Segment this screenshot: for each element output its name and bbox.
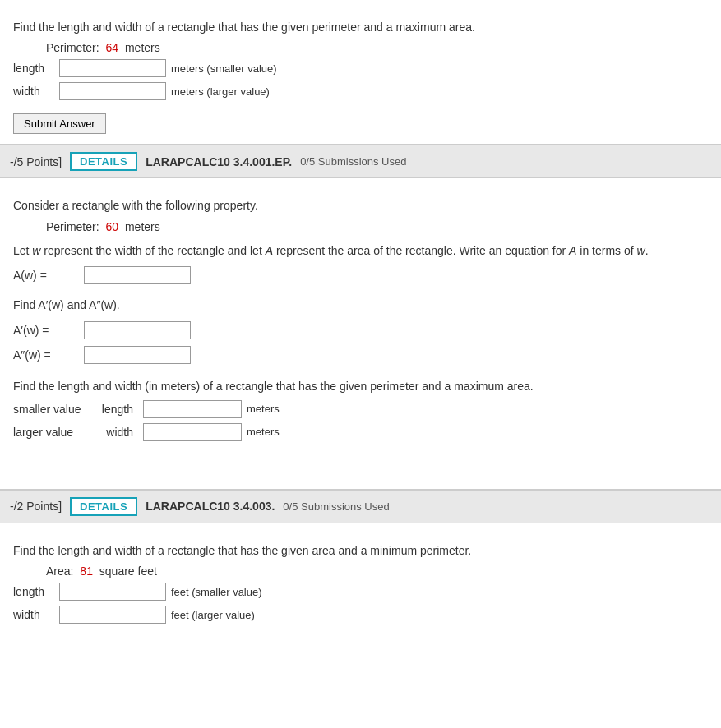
let-text-3: represent the area of the rectangle. Wri… — [273, 244, 569, 257]
section3-area-value: 81 — [80, 564, 93, 578]
let-text-4: in terms of — [576, 244, 636, 257]
let-w2: w — [637, 244, 645, 257]
section2-let-text: Let w represent the width of the rectang… — [13, 242, 708, 260]
a-double-prime-row: A″(w) = — [13, 346, 708, 364]
length-unit: meters (smaller value) — [171, 62, 277, 75]
larger-label: larger value — [13, 426, 87, 439]
width-row: width meters (larger value) — [13, 82, 708, 100]
aw-label: A(w) = — [13, 269, 79, 282]
section3-width-unit: feet (larger value) — [171, 609, 255, 621]
width-unit: meters (larger value) — [171, 85, 270, 98]
section2-details-button[interactable]: DETAILS — [70, 152, 137, 171]
find2-label: Find the length and width (in meters) of… — [13, 377, 708, 395]
spacer — [0, 456, 721, 489]
smaller-length-input[interactable] — [143, 400, 242, 418]
section3-course: LARAPCALC10 3.4.003. — [146, 500, 275, 513]
section2-content: Consider a rectangle with the following … — [0, 178, 721, 456]
section2-width-label: width — [92, 426, 133, 439]
submit-button[interactable]: Submit Answer — [13, 113, 106, 134]
problem1-description: Find the length and width of a rectangle… — [13, 18, 708, 36]
let-text-2: represent the width of the rectangle and… — [40, 244, 265, 257]
perimeter-value: 64 — [105, 41, 118, 54]
section2-perimeter-unit: meters — [125, 220, 160, 233]
width-input[interactable] — [59, 82, 166, 100]
larger-width-row: larger value width meters — [13, 423, 708, 441]
section2-perimeter-value: 60 — [105, 220, 118, 233]
aw-input[interactable] — [84, 266, 191, 284]
section2-points: -/5 Points] — [10, 155, 62, 168]
length-input[interactable] — [59, 59, 166, 77]
problem1-perimeter: Perimeter: 64 meters — [46, 41, 708, 54]
length-label: length — [13, 62, 54, 75]
section3-points: -/2 Points] — [10, 500, 62, 513]
section3-content: Find the length and width of a rectangle… — [0, 523, 721, 638]
section3-description: Find the length and width of a rectangle… — [13, 541, 708, 560]
smaller-length-row: smaller value length meters — [13, 400, 708, 418]
larger-width-input[interactable] — [143, 423, 242, 441]
section3-header: -/2 Points] DETAILS LARAPCALC10 3.4.003.… — [0, 490, 721, 523]
let-w: w — [32, 244, 40, 257]
section3-area-label: Area: — [46, 564, 73, 578]
section3-width-label: width — [13, 608, 54, 621]
a-prime-row: A′(w) = — [13, 321, 708, 339]
section2-perimeter: Perimeter: 60 meters — [46, 220, 708, 233]
a-prime-label: A′(w) = — [13, 324, 79, 337]
section3-area: Area: 81 square feet — [46, 564, 708, 578]
section3-length-input[interactable] — [59, 583, 166, 601]
length-row: length meters (smaller value) — [13, 59, 708, 77]
let-text-1: Let — [13, 244, 32, 257]
let-text-5: . — [645, 244, 649, 257]
a-prime-input[interactable] — [84, 321, 191, 339]
larger-meters-label: meters — [247, 426, 280, 438]
section3-length-row: length feet (smaller value) — [13, 583, 708, 601]
section3-area-unit: square feet — [99, 564, 157, 578]
aw-row: A(w) = — [13, 266, 708, 284]
let-A: A — [266, 244, 273, 257]
section2-description: Consider a rectangle with the following … — [13, 196, 708, 214]
section2-submissions: 0/5 Submissions Used — [300, 155, 406, 168]
a-double-prime-label: A″(w) = — [13, 348, 79, 362]
perimeter-unit: meters — [125, 41, 160, 54]
section2-perimeter-label: Perimeter: — [46, 220, 99, 233]
section2-course: LARAPCALC10 3.4.001.EP. — [146, 155, 292, 168]
find-derivatives-label: Find A′(w) and A″(w). — [13, 296, 708, 314]
perimeter-label: Perimeter: — [46, 41, 99, 54]
section3-details-button[interactable]: DETAILS — [70, 497, 137, 516]
section3-length-unit: feet (smaller value) — [171, 586, 262, 598]
section2-length-label: length — [92, 403, 133, 416]
section3-width-input[interactable] — [59, 606, 166, 624]
width-label: width — [13, 85, 54, 98]
smaller-meters-label: meters — [247, 403, 280, 415]
problem1-section: Find the length and width of a rectangle… — [0, 0, 721, 144]
section3-submissions: 0/5 Submissions Used — [283, 500, 389, 513]
section2-header: -/5 Points] DETAILS LARAPCALC10 3.4.001.… — [0, 145, 721, 178]
smaller-label: smaller value — [13, 403, 87, 416]
section3-width-row: width feet (larger value) — [13, 606, 708, 624]
a-double-prime-input[interactable] — [84, 346, 191, 364]
section3-length-label: length — [13, 585, 54, 598]
